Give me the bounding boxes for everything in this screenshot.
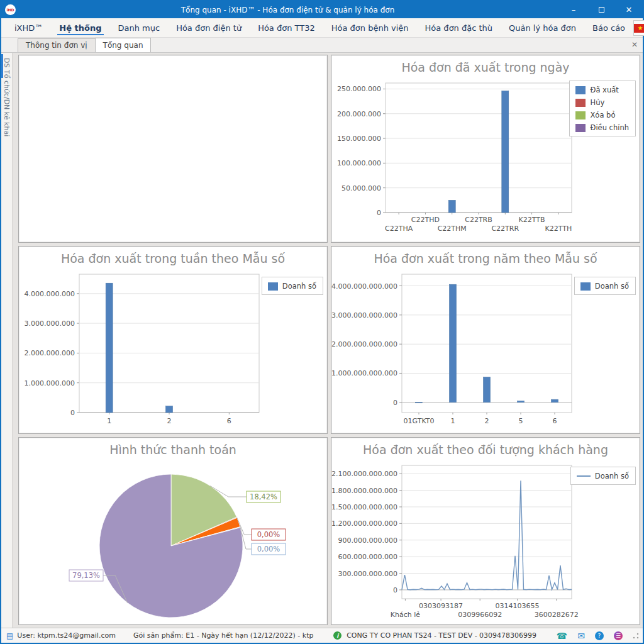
dashboard-grid: Hóa đơn đã xuất trong ngày 050.000.00010…: [13, 53, 643, 628]
resize-grip[interactable]: [633, 633, 639, 639]
year-chart-legend: Doanh số: [574, 277, 636, 295]
daily-chart-legend: Đã xuấtHủyXóa bỏĐiều chỉnh: [569, 80, 636, 136]
maximize-icon: [599, 7, 604, 13]
svg-text:2.000.000.000: 2.000.000.000: [25, 349, 75, 357]
tab-thong-tin-don-vi[interactable]: Thông tin đơn vị: [18, 38, 96, 52]
svg-text:C22THA: C22THA: [385, 225, 413, 233]
payment-method-pie-chart: 18,42%0,00%0,00%79,13%: [19, 462, 325, 625]
week-chart-legend: Doanh số: [262, 277, 323, 295]
svg-text:0: 0: [393, 586, 397, 594]
menu-item-3[interactable]: Hóa đơn điện tử: [168, 18, 250, 37]
svg-text:6: 6: [553, 417, 557, 425]
svg-text:1: 1: [107, 417, 111, 425]
status-user: User: ktpm.ts24@gmail.com: [17, 631, 116, 640]
legend-item: Điều chỉnh: [575, 123, 629, 132]
svg-text:1.000.000.000.000: 1.000.000.000.000: [331, 369, 397, 377]
menu-item-2[interactable]: Danh mục: [110, 18, 169, 37]
legend-swatch: [575, 99, 586, 107]
legend-item: Hủy: [575, 98, 629, 107]
menu-item-7[interactable]: Quản lý hóa đơn: [501, 18, 584, 37]
status-company: CONG TY CO PHAN TS24 - TEST DEV - 030947…: [347, 631, 536, 640]
app-logo-icon: iHD: [5, 4, 16, 15]
svg-text:1.000.000.000: 1.000.000.000: [25, 379, 75, 387]
svg-text:3.000.000.000.000: 3.000.000.000.000: [331, 311, 397, 319]
svg-text:01GTKT0: 01GTKT0: [404, 417, 435, 425]
tab-tong-quan[interactable]: Tổng quan: [95, 38, 152, 52]
legend-swatch: [575, 86, 586, 94]
svg-text:0309966092: 0309966092: [458, 611, 502, 619]
panel-daily-invoices: Hóa đơn đã xuất trong ngày 050.000.00010…: [331, 55, 640, 243]
legend-item: Đã xuất: [575, 86, 629, 94]
menu-item-5[interactable]: Hóa đơn bệnh viện: [323, 18, 417, 37]
svg-text:0,00%: 0,00%: [257, 545, 280, 553]
svg-text:0,00%: 0,00%: [257, 530, 280, 539]
menu-item-1[interactable]: Hệ thống: [51, 18, 109, 37]
svg-text:250.000.000: 250.000.000: [337, 85, 381, 93]
svg-text:1.800.000.000.000: 1.800.000.000.000: [331, 487, 397, 495]
vietnam-flag-icon: ★: [634, 24, 644, 33]
close-button[interactable]: ✕: [615, 1, 643, 18]
customer-chart-legend: Doanh số: [570, 467, 636, 485]
svg-text:50.000.000: 50.000.000: [341, 184, 381, 192]
svg-text:4.000.000.000: 4.000.000.000: [25, 290, 75, 298]
legend-swatch: [575, 124, 586, 132]
panel-week-by-form: Hóa đơn xuất trong tuần theo Mẫu số 01.0…: [18, 246, 328, 434]
svg-text:100.000.000: 100.000.000: [337, 159, 381, 167]
svg-text:1.200.000.000.000: 1.200.000.000.000: [331, 519, 397, 528]
tab-close-icon[interactable]: ✕: [631, 40, 638, 49]
phone-icon[interactable]: ☎: [557, 631, 567, 641]
panel-year-by-form: Hóa đơn xuất trong năm theo Mẫu số 01.00…: [331, 246, 640, 434]
window-title: Tổng quan - iXHD™ - Hóa đơn điện tử & qu…: [16, 6, 560, 14]
svg-text:6: 6: [227, 417, 231, 425]
legend-swatch: [268, 282, 278, 291]
menu-item-6[interactable]: Hóa đơn đặc thù: [417, 18, 501, 37]
app-window: iHD Tổng quan - iXHD™ - Hóa đơn điện tử …: [0, 0, 644, 644]
chart-title-payment: Hình thức thanh toán: [19, 438, 327, 462]
svg-text:2.100.000.000.000: 2.100.000.000.000: [331, 470, 397, 478]
svg-text:200.000.000: 200.000.000: [337, 110, 381, 118]
document-tab-bar: Thông tin đơn vị Tổng quan ✕: [1, 38, 643, 53]
legend-item: Doanh số: [580, 282, 629, 291]
main-content: DS Tổ chức/DN kê khai Hóa đơn đã xuất tr…: [1, 53, 643, 628]
svg-text:600.000.000.000: 600.000.000.000: [338, 553, 397, 561]
svg-text:3600282672: 3600282672: [535, 611, 579, 619]
menu-item-8[interactable]: Báo cáo: [584, 18, 633, 37]
svg-text:0: 0: [377, 209, 381, 217]
status-package: Gói sản phẩm: E1 - Ngày hết hạn (12/12/2…: [133, 631, 314, 640]
panel-empty: [18, 55, 328, 243]
svg-text:C22TRR: C22TRR: [491, 225, 519, 233]
svg-text:0: 0: [393, 399, 397, 407]
side-vertical-tab[interactable]: DS Tổ chức/DN kê khai: [1, 53, 13, 628]
svg-text:150.000.000: 150.000.000: [337, 135, 381, 143]
maximize-button[interactable]: [587, 1, 615, 18]
panel-payment-method: Hình thức thanh toán 18,42%0,00%0,00%79,…: [18, 437, 328, 625]
legend-item: Doanh số: [577, 472, 629, 480]
chart-title-week: Hóa đơn xuất trong tuần theo Mẫu số: [19, 247, 327, 270]
svg-text:0: 0: [70, 409, 75, 417]
chart-title-year: Hóa đơn xuất trong năm theo Mẫu số: [331, 247, 640, 270]
legend-item: Xóa bỏ: [575, 111, 629, 119]
chart-title-daily: Hóa đơn đã xuất trong ngày: [331, 55, 640, 79]
help-icon[interactable]: ?: [595, 631, 604, 640]
svg-text:2: 2: [485, 417, 489, 425]
svg-text:2.000.000.000.000: 2.000.000.000.000: [331, 340, 397, 348]
svg-text:C22THM: C22THM: [438, 225, 467, 233]
chart-title-customer: Hóa đơn xuất theo đối tượng khách hàng: [331, 438, 640, 462]
legend-swatch: [580, 282, 591, 291]
menu-item-0[interactable]: iXHD™: [6, 18, 51, 37]
svg-text:18,42%: 18,42%: [250, 492, 277, 501]
legend-swatch: [575, 111, 586, 119]
svg-text:1.500.000.000.000: 1.500.000.000.000: [331, 503, 397, 511]
menu-item-4[interactable]: Hóa đơn TT32: [250, 18, 323, 37]
chat-icon[interactable]: ☰: [614, 631, 623, 640]
menu-bar: iXHD™Hệ thốngDanh mụcHóa đơn điện tửHóa …: [1, 18, 643, 38]
svg-text:1: 1: [451, 417, 455, 425]
svg-text:300.000.000.000: 300.000.000.000: [338, 570, 397, 578]
svg-text:900.000.000.000: 900.000.000.000: [338, 536, 397, 545]
info-icon: i: [333, 631, 341, 640]
svg-text:Khách lẻ: Khách lẻ: [391, 611, 420, 619]
svg-text:79,13%: 79,13%: [72, 571, 100, 580]
mail-icon[interactable]: ✉: [577, 631, 585, 641]
minimize-button[interactable]: –: [560, 1, 587, 18]
language-vietnamese-button[interactable]: ★: [633, 20, 644, 36]
